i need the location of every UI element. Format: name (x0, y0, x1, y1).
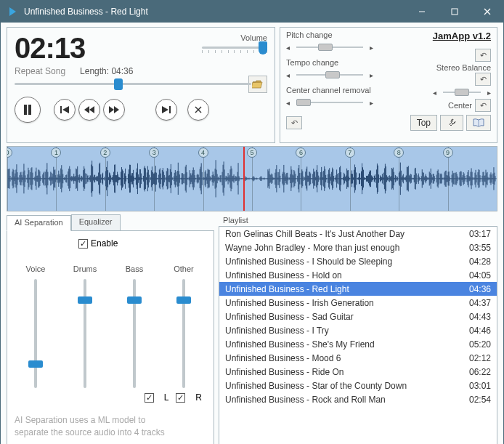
transport-controls (15, 97, 267, 123)
playlist-row[interactable]: Unfinished Business - Red Light04:36 (219, 282, 497, 296)
svg-marker-11 (109, 106, 114, 113)
svg-rect-7 (60, 106, 62, 113)
track-duration: 02:54 (469, 395, 491, 405)
tabs-panel: AI Separation Equalizer ✓ Enable Voice D… (7, 214, 214, 444)
track-title: Unfinished Business - Mood 6 (225, 353, 463, 363)
tab-header: AI Separation Equalizer (7, 214, 214, 230)
playlist-row[interactable]: Unfinished Business - Ride On06:22 (219, 365, 497, 379)
svg-rect-5 (24, 105, 27, 115)
tab-ai-separation[interactable]: AI Separation (7, 215, 71, 231)
top-row: 02:13 Volume Repeat Song Length: 04:36 (7, 27, 497, 143)
center-removal-slider[interactable]: ◂▸ (286, 96, 373, 109)
playlist-row[interactable]: Unfinished Business - Sad Guitar04:43 (219, 310, 497, 323)
pitch-slider[interactable]: ◂▸ (286, 41, 373, 54)
stereo-label: Stereo Balance (436, 63, 491, 72)
playlist-row[interactable]: Unfinished Business - Mood 602:12 (219, 351, 497, 365)
balance-reset-button[interactable]: ↶ (475, 99, 491, 112)
seek-slider[interactable] (15, 78, 251, 91)
svg-rect-2 (452, 9, 458, 15)
volume-slider[interactable] (202, 42, 267, 58)
drums-slider[interactable] (84, 279, 86, 388)
svg-marker-13 (162, 106, 168, 113)
pause-button[interactable] (15, 97, 41, 123)
playlist-panel: Playlist Ron Gelinas Chill Beats - It's … (219, 214, 497, 444)
playlist-row[interactable]: Wayne John Bradley - More than just enou… (219, 241, 497, 254)
window-title: Unfinished Business - Red Light (24, 7, 405, 17)
playlist-row[interactable]: Unfinished Business - She's My Friend05:… (219, 337, 497, 351)
playhead[interactable] (243, 147, 245, 211)
app-icon (7, 6, 18, 17)
stop-button[interactable] (187, 99, 209, 121)
tempo-reset-button[interactable]: ↶ (475, 73, 491, 86)
playlist-row[interactable]: Unfinished Business - Irish Generation04… (219, 296, 497, 310)
folder-open-icon (252, 79, 264, 89)
playlist-row[interactable]: Unfinished Business - I Should be Sleepi… (219, 254, 497, 268)
next-track-button[interactable] (155, 99, 177, 121)
playlist-box[interactable]: Ron Gelinas Chill Beats - It's Just Anot… (219, 226, 497, 444)
other-label: Other (174, 265, 194, 273)
svg-marker-0 (9, 7, 16, 16)
playlist-row[interactable]: Ron Gelinas Chill Beats - It's Just Anot… (219, 227, 497, 241)
bass-slider[interactable] (133, 279, 136, 388)
track-title: Unfinished Business - Rock and Roll Man (225, 395, 463, 405)
pitch-reset-button[interactable]: ↶ (475, 49, 491, 62)
svg-marker-9 (84, 106, 89, 113)
right-label: R (195, 392, 202, 403)
track-duration: 03:01 (469, 381, 491, 391)
titlebar[interactable]: Unfinished Business - Red Light (1, 1, 503, 23)
svg-rect-14 (169, 106, 171, 113)
tab-equalizer[interactable]: Equalizer (71, 214, 121, 230)
svg-marker-8 (62, 106, 69, 113)
wrench-icon (447, 118, 457, 128)
fast-forward-button[interactable] (103, 99, 125, 121)
waveform-lines (7, 147, 497, 211)
enable-label: Enable (91, 238, 118, 249)
svg-rect-6 (28, 105, 31, 115)
top-button[interactable]: Top (410, 115, 437, 131)
track-duration: 04:36 (469, 284, 491, 294)
other-slider[interactable] (182, 279, 185, 388)
center-removal-label: Center channel removal (286, 86, 389, 94)
player-panel: 02:13 Volume Repeat Song Length: 04:36 (7, 27, 275, 143)
effects-panel: Pitch change ◂▸ Tempo change ◂▸ Center c… (280, 27, 497, 143)
track-duration: 05:20 (469, 339, 491, 350)
track-duration: 04:46 (469, 326, 491, 336)
drums-label: Drums (73, 265, 97, 273)
stereo-balance-slider[interactable]: ◂▸ (433, 86, 491, 99)
svg-marker-12 (114, 106, 119, 113)
rewind-button[interactable] (78, 99, 100, 121)
track-duration: 04:28 (469, 257, 491, 267)
tempo-slider[interactable]: ◂▸ (286, 68, 373, 81)
length-label: Length: 04:36 (80, 66, 133, 76)
track-title: Unfinished Business - She's My Friend (225, 339, 463, 350)
minimize-button[interactable] (405, 1, 438, 23)
playlist-header: Playlist (219, 214, 497, 226)
prev-track-button[interactable] (54, 99, 76, 121)
left-label: L (164, 392, 169, 403)
right-channel-checkbox[interactable]: ✓ (176, 393, 185, 403)
lower-row: AI Separation Equalizer ✓ Enable Voice D… (7, 214, 497, 444)
close-button[interactable] (471, 1, 503, 23)
track-duration: 04:05 (469, 270, 491, 280)
app-window: Unfinished Business - Red Light 02:13 Vo… (0, 0, 504, 444)
waveform-panel[interactable]: 0123456789 (7, 146, 497, 211)
pitch-label: Pitch change (286, 31, 389, 39)
voice-slider[interactable] (34, 279, 37, 388)
center-reset-button[interactable]: ↶ (286, 116, 302, 129)
tab-body: ✓ Enable Voice Drums Bass Other ✓L ✓R (7, 230, 214, 444)
enable-checkbox[interactable]: ✓ (78, 239, 88, 249)
manual-button[interactable] (466, 115, 491, 131)
playlist-row[interactable]: Unfinished Business - Rock and Roll Man0… (219, 392, 497, 406)
track-title: Unfinished Business - Red Light (225, 284, 463, 294)
ai-note: AI Separation uses a ML model to separat… (15, 414, 206, 439)
maximize-button[interactable] (438, 1, 471, 23)
track-duration: 04:37 (469, 298, 491, 308)
playlist-row[interactable]: Unfinished Business - Hold on04:05 (219, 268, 497, 282)
track-title: Ron Gelinas Chill Beats - It's Just Anot… (225, 229, 463, 239)
playlist-row[interactable]: Unfinished Business - I Try04:46 (219, 323, 497, 337)
playlist-row[interactable]: Unfinished Business - Star of the County… (219, 379, 497, 392)
track-title: Wayne John Bradley - More than just enou… (225, 243, 463, 253)
track-title: Unfinished Business - Star of the County… (225, 381, 463, 391)
left-channel-checkbox[interactable]: ✓ (145, 393, 154, 403)
settings-button[interactable] (440, 115, 463, 131)
